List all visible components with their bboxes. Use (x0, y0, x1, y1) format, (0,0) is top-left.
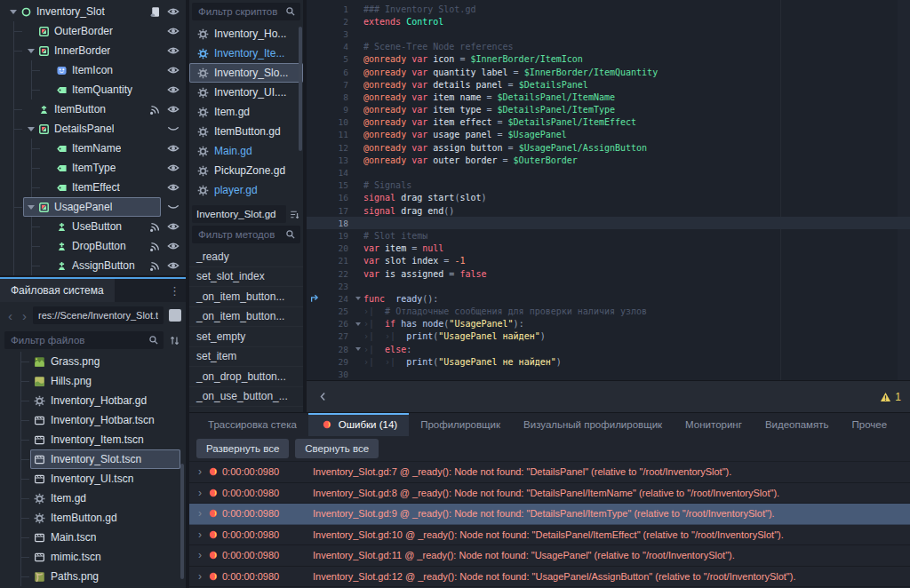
code-line-26[interactable]: 26›| if has_node("UsagePanel"): (307, 318, 910, 330)
file-row-inventory_slot.tscn[interactable]: Inventory_Slot.tscn (0, 449, 186, 469)
code-line-21[interactable]: 21var slot_index = -1 (307, 255, 910, 267)
expand-arrow[interactable] (7, 10, 19, 14)
code-line-10[interactable]: 10@onready var item_effect = $DetailsPan… (307, 116, 910, 129)
tree-row-itemtype[interactable]: ItemType (0, 158, 186, 178)
code-line-27[interactable]: 27›| ›| print("UsagePanel найден") (307, 330, 910, 343)
code-editor[interactable]: 1### Inventory_Slot.gd2extends Control34… (307, 0, 910, 412)
expand-icon[interactable]: › (194, 465, 206, 478)
code-line-1[interactable]: 1### Inventory_Slot.gd (307, 3, 910, 15)
tree-node-outerborder[interactable]: OuterBorder (23, 21, 161, 41)
debugger-tab--[interactable]: Визуальный профилировщик (512, 413, 674, 436)
script-item-inventory_ite...[interactable]: Inventory_Ite... (189, 44, 303, 63)
path-input[interactable] (33, 306, 164, 324)
tree-row-detailspanel[interactable]: DetailsPanel (0, 119, 186, 139)
file-main.tscn[interactable]: Main.tscn (30, 528, 180, 547)
file-mimic.tscn[interactable]: mimic.tscn (30, 547, 180, 567)
code-line-9[interactable]: 9@onready var item_type = $DetailsPanel/… (307, 104, 910, 116)
code-line-18[interactable]: 18 (307, 217, 910, 229)
script-item-item.gd[interactable]: Item.gd (189, 102, 303, 122)
warnings-indicator[interactable]: 1 (879, 391, 901, 403)
file-list-scrollbar[interactable] (180, 464, 184, 579)
fold-col[interactable] (352, 297, 363, 300)
eye-icon[interactable] (166, 141, 180, 155)
sort-files-icon[interactable] (167, 333, 181, 347)
error-row-2[interactable]: ›0:00:00:0980Inventory_Slot.gd:8 @ _read… (189, 483, 910, 505)
error-row-4[interactable]: ›0:00:00:0980Inventory_Slot.gd:10 @ _rea… (189, 525, 910, 546)
code-line-13[interactable]: 13@onready var outer_border = $OuterBord… (307, 154, 910, 166)
fold-arrow-icon[interactable] (355, 347, 361, 351)
fold-col[interactable] (352, 322, 363, 326)
debugger-tab--[interactable]: Профилировщик (409, 413, 512, 436)
fold-col[interactable] (352, 347, 363, 351)
script-item-inventory_ho...[interactable]: Inventory_Ho... (189, 24, 303, 44)
tree-node-itemeffect[interactable]: ItemEffect (41, 178, 161, 197)
code-line-16[interactable]: 16signal drag_start(slot) (307, 192, 910, 204)
eye-icon[interactable] (166, 161, 180, 175)
chevron-down-icon[interactable] (28, 49, 35, 53)
chevron-down-icon[interactable] (28, 127, 35, 131)
code-line-3[interactable]: 3 (307, 28, 910, 40)
scroll-back-icon[interactable] (315, 390, 330, 404)
file-item.gd[interactable]: Item.gd (30, 489, 180, 508)
eye-icon[interactable] (166, 258, 180, 273)
file-paths.png[interactable]: Paths.png (30, 567, 180, 586)
code-line-6[interactable]: 6@onready var quantity_label = $InnerBor… (307, 66, 910, 78)
script-icon[interactable] (148, 4, 162, 19)
code-line-5[interactable]: 5@onready var icon = $InnerBorder/ItemIc… (307, 53, 910, 66)
eye-icon[interactable] (166, 219, 180, 234)
tree-node-inventory_slot[interactable]: Inventory_Slot (5, 2, 142, 21)
eye-icon[interactable] (166, 4, 180, 19)
error-row-5[interactable]: ›0:00:00:0980Inventory_Slot.gd:11 @ _rea… (189, 545, 910, 567)
eye-icon[interactable] (166, 102, 180, 116)
code-line-8[interactable]: 8@onready var item_name = $DetailsPanel/… (307, 91, 910, 103)
code-line-15[interactable]: 15# Signals (307, 179, 910, 192)
method-item-set_empty[interactable]: set_empty (189, 327, 303, 347)
code-line-11[interactable]: 11@onready var usage_panel = $UsagePanel (307, 129, 910, 141)
debugger-tab--[interactable]: Трассировка стека (196, 413, 308, 436)
eye-icon[interactable] (166, 180, 180, 195)
chevron-down-icon[interactable] (10, 10, 17, 14)
code-line-14[interactable]: 14 (307, 166, 910, 179)
script-list-scrollbar[interactable] (299, 27, 302, 151)
file-row-hills.png[interactable]: Hills.png (0, 371, 186, 391)
eye-icon[interactable] (166, 83, 180, 97)
error-row-1[interactable]: ›0:00:00:0980Inventory_Slot.gd:7 @ _read… (189, 462, 910, 483)
expand-icon[interactable]: › (194, 528, 206, 541)
tree-row-inventory_slot[interactable]: Inventory_Slot (0, 2, 186, 21)
signal-icon[interactable] (148, 239, 162, 253)
tree-row-innerborder[interactable]: InnerBorder (0, 41, 186, 60)
file-row-inventory_hotbar.gd[interactable]: Inventory_Hotbar.gd (0, 391, 186, 410)
debugger-tab--[interactable]: Сетевой профилировщик (898, 413, 910, 436)
chevron-down-icon[interactable] (28, 205, 35, 210)
file-row-main.tscn[interactable]: Main.tscn (0, 528, 186, 547)
script-item-main.gd[interactable]: Main.gd (189, 141, 303, 161)
code-line-23[interactable]: 23 (307, 280, 910, 292)
signal-icon[interactable] (148, 102, 162, 116)
script-item-inventory_slo...[interactable]: Inventory_Slo... (189, 63, 303, 83)
code-line-25[interactable]: 25›| # Отладочные сообщения для проверки… (307, 306, 910, 318)
tree-row-assignbutton[interactable]: AssignButton (0, 256, 186, 275)
panel-menu-icon[interactable]: ⋮ (169, 284, 180, 298)
collapse-all-button[interactable]: Свернуть все (295, 439, 379, 458)
eye-icon[interactable] (166, 44, 180, 58)
expand-icon[interactable]: › (194, 487, 206, 499)
code-line-19[interactable]: 19# Slot itemы (307, 229, 910, 242)
eye-closed-icon[interactable] (166, 200, 180, 214)
code-line-17[interactable]: 17signal drag_end() (307, 204, 910, 217)
file-row-item.gd[interactable]: Item.gd (0, 489, 186, 508)
eye-icon[interactable] (166, 63, 180, 77)
tree-node-assignbutton[interactable]: AssignButton (41, 256, 142, 275)
method-item-_on_drop_button[interactable]: _on_drop_button... (189, 367, 303, 387)
file-row-inventory_hotbar.tscn[interactable]: Inventory_Hotbar.tscn (0, 410, 186, 430)
tree-node-dropbutton[interactable]: DropButton (41, 236, 142, 256)
signal-icon[interactable] (148, 219, 162, 234)
code-line-24[interactable]: 24func _ready(): (307, 292, 910, 305)
script-item-itembutton.gd[interactable]: ItemButton.gd (189, 122, 303, 141)
tree-row-itemname[interactable]: ItemName (0, 139, 186, 158)
script-item-player.gd[interactable]: player.gd (189, 180, 303, 200)
file-row-mimic.tscn[interactable]: mimic.tscn (0, 547, 186, 567)
history-forward-icon[interactable]: › (19, 309, 30, 322)
method-item-_ready[interactable]: _ready (189, 247, 303, 267)
tree-node-itemicon[interactable]: ItemIcon (41, 60, 161, 80)
script-item-pickupzone.gd[interactable]: PickupZone.gd (189, 161, 303, 180)
